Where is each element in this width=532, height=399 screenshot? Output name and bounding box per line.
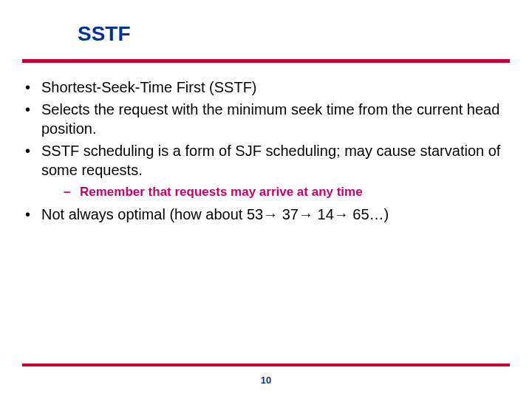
slide-title: SSTF	[78, 22, 510, 46]
slide: SSTF Shortest-Seek-Time First (SSTF) Sel…	[0, 0, 532, 399]
bullet-item: Shortest-Seek-Time First (SSTF)	[22, 78, 510, 97]
divider-bottom	[22, 364, 510, 366]
bullet-item: Selects the request with the minimum see…	[22, 100, 510, 138]
bullet-item: Not always optimal (how about 53→ 37→ 14…	[22, 205, 510, 224]
sub-list: Remember that requests may arrive at any…	[41, 184, 510, 200]
bullet-item: SSTF scheduling is a form of SJF schedul…	[22, 141, 510, 200]
content-area: Shortest-Seek-Time First (SSTF) Selects …	[22, 78, 510, 224]
page-number: 10	[0, 375, 532, 386]
bullet-text: SSTF scheduling is a form of SJF schedul…	[41, 143, 500, 178]
main-list: Shortest-Seek-Time First (SSTF) Selects …	[22, 78, 510, 224]
divider-top	[22, 59, 510, 63]
sub-bullet-item: Remember that requests may arrive at any…	[64, 184, 510, 200]
